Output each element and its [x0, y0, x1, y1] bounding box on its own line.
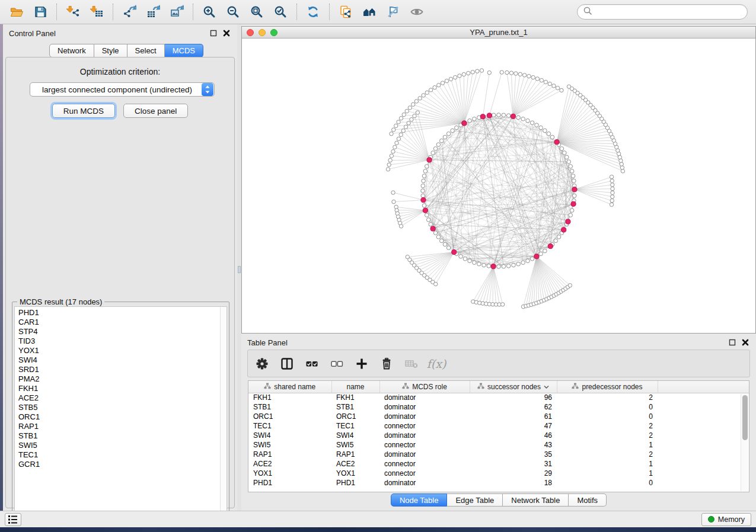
table-cell[interactable]: dominator — [379, 478, 470, 488]
table-cell[interactable]: connector — [379, 440, 470, 450]
table-row[interactable]: ACE2ACE2connector311 — [248, 459, 749, 469]
clone-network-icon[interactable] — [334, 2, 358, 22]
table-cell[interactable]: 31 — [470, 459, 557, 469]
table-row[interactable]: SWI4SWI4dominator462 — [248, 431, 749, 440]
table-cell[interactable]: ACE2 — [331, 459, 379, 469]
table-row[interactable]: TEC1TEC1connector472 — [248, 421, 749, 431]
import-network-icon[interactable] — [61, 2, 85, 22]
mcds-node-item[interactable]: STB1 — [18, 431, 227, 441]
column-panel-icon[interactable] — [279, 355, 295, 372]
table-cell[interactable]: 29 — [470, 469, 557, 478]
table-cell[interactable]: FKH1 — [331, 393, 379, 402]
table-cell[interactable]: RAP1 — [248, 450, 331, 459]
add-column-icon[interactable] — [353, 355, 370, 372]
table-cell[interactable]: 62 — [470, 402, 557, 412]
mcds-list-scrollbar[interactable] — [220, 307, 227, 519]
table-cell[interactable]: SWI5 — [248, 440, 331, 450]
table-cell[interactable]: dominator — [379, 412, 470, 421]
close-panel-icon[interactable] — [741, 338, 750, 347]
table-row[interactable]: FKH1FKH1dominator962 — [248, 393, 749, 402]
hide-selected-icon[interactable] — [381, 2, 405, 22]
select-all-icon[interactable] — [304, 355, 320, 372]
table-cell[interactable]: 2 — [557, 421, 658, 431]
table-cell[interactable]: FKH1 — [248, 393, 331, 402]
network-canvas[interactable] — [242, 39, 755, 333]
criterion-select[interactable]: largest connected component (undirected) — [30, 82, 215, 97]
import-table-icon[interactable] — [85, 2, 109, 22]
tab-network[interactable]: Network — [49, 44, 94, 57]
search-input[interactable] — [593, 7, 742, 17]
panel-splitter[interactable] — [237, 24, 241, 511]
table-cell[interactable]: ACE2 — [248, 459, 331, 469]
table-cell[interactable]: STB1 — [248, 402, 331, 412]
table-settings-icon[interactable] — [254, 355, 270, 372]
refresh-layout-icon[interactable] — [301, 2, 325, 22]
table-cell[interactable]: SWI5 — [331, 440, 379, 450]
show-all-icon[interactable] — [358, 2, 381, 22]
network-window-titlebar[interactable]: YPA_prune.txt_1 — [242, 27, 755, 39]
table-row[interactable]: ORC1ORC1dominator610 — [248, 412, 749, 421]
column-header-shared-name[interactable]: shared name — [248, 381, 331, 393]
mcds-node-item[interactable]: TID3 — [18, 336, 227, 346]
table-cell[interactable]: YOX1 — [248, 469, 331, 478]
table-cell[interactable]: connector — [379, 459, 470, 469]
float-panel-icon[interactable] — [728, 338, 737, 347]
mcds-result-list[interactable]: PHD1CAR1STP4TID3YOX1SWI4SRD1PMA2FKH1ACE2… — [14, 306, 227, 520]
run-mcds-button[interactable]: Run MCDS — [52, 104, 115, 118]
table-cell[interactable]: 2 — [557, 431, 658, 440]
tab-select[interactable]: Select — [127, 44, 165, 57]
deselect-all-icon[interactable] — [328, 355, 345, 372]
table-row[interactable]: PHD1PHD1dominator180 — [248, 478, 749, 488]
table-cell[interactable]: 0 — [557, 478, 658, 488]
open-file-icon[interactable] — [5, 2, 28, 22]
table-cell[interactable]: 96 — [470, 393, 557, 402]
table-cell[interactable]: PHD1 — [248, 478, 331, 488]
table-cell[interactable]: SWI4 — [248, 431, 331, 440]
table-cell[interactable]: dominator — [379, 393, 470, 402]
mcds-node-item[interactable]: CAR1 — [18, 318, 227, 327]
zoom-fit-icon[interactable] — [245, 2, 269, 22]
table-cell[interactable]: TEC1 — [248, 421, 331, 431]
table-cell[interactable]: connector — [379, 469, 470, 478]
tab-style[interactable]: Style — [94, 44, 127, 57]
table-cell[interactable]: YOX1 — [331, 469, 379, 478]
delete-column-icon[interactable] — [378, 355, 395, 372]
table-cell[interactable]: 1 — [557, 440, 658, 450]
table-cell[interactable]: 2 — [557, 450, 658, 459]
table-scrollbar-thumb[interactable] — [742, 395, 748, 440]
search-field[interactable] — [577, 4, 748, 20]
table-scrollbar[interactable] — [741, 394, 748, 491]
table-cell[interactable]: 18 — [470, 478, 557, 488]
table-cell[interactable]: STB1 — [331, 402, 379, 412]
table-cell[interactable]: ORC1 — [331, 412, 379, 421]
table-cell[interactable]: connector — [379, 421, 470, 431]
table-cell[interactable]: 35 — [470, 450, 557, 459]
table-cell[interactable]: dominator — [379, 431, 470, 440]
zoom-selected-icon[interactable] — [269, 2, 292, 22]
mcds-node-item[interactable]: STB5 — [18, 403, 227, 412]
table-cell[interactable]: ORC1 — [248, 412, 331, 421]
table-cell[interactable]: 2 — [557, 393, 658, 402]
float-panel-icon[interactable] — [209, 28, 218, 38]
tab-node-table[interactable]: Node Table — [391, 493, 448, 507]
mcds-node-item[interactable]: PHD1 — [18, 308, 227, 318]
splitter-grip[interactable] — [238, 266, 241, 273]
column-header-predecessor-nodes[interactable]: predecessor nodes — [557, 381, 658, 393]
table-cell[interactable]: 46 — [470, 431, 557, 440]
table-cell[interactable]: 0 — [557, 412, 658, 421]
mcds-node-item[interactable]: FKH1 — [18, 384, 227, 393]
mcds-node-item[interactable]: SWI5 — [18, 441, 227, 450]
mcds-node-item[interactable]: PMA2 — [18, 374, 227, 384]
tab-motifs[interactable]: Motifs — [569, 493, 607, 507]
mcds-node-item[interactable]: RAP1 — [18, 422, 227, 431]
network-graph[interactable] — [242, 39, 755, 333]
save-session-icon[interactable] — [28, 2, 52, 22]
table-cell[interactable]: RAP1 — [331, 450, 379, 459]
column-header-successor-nodes[interactable]: successor nodes — [470, 381, 557, 393]
table-cell[interactable]: dominator — [379, 450, 470, 459]
mcds-node-item[interactable]: SRD1 — [18, 365, 227, 374]
mcds-node-item[interactable]: ACE2 — [18, 393, 227, 403]
mcds-node-item[interactable]: ORC1 — [18, 412, 227, 422]
tab-network-table[interactable]: Network Table — [503, 493, 569, 507]
table-cell[interactable]: PHD1 — [331, 478, 379, 488]
